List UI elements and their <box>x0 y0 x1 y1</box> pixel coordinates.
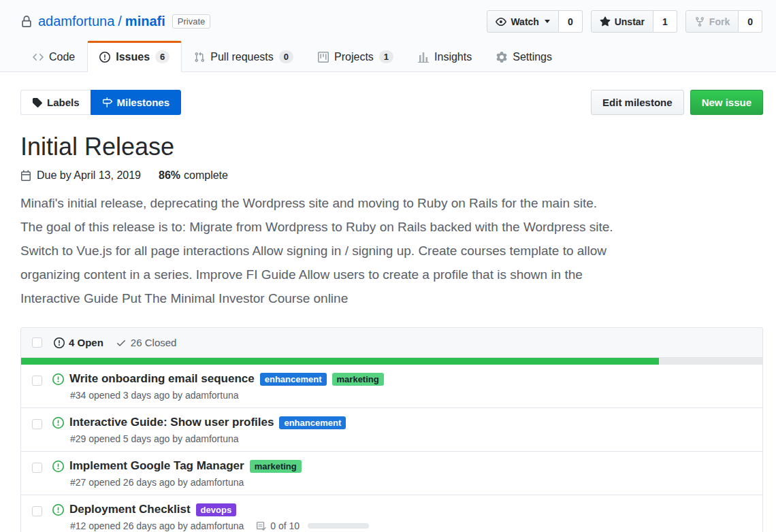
issue-row-main: Interactive Guide: Show user profiles en… <box>52 416 751 444</box>
issue-meta-text: #34 opened 3 days ago by adamfortuna <box>70 390 239 401</box>
pull-request-icon <box>194 52 205 63</box>
tasklist-progress: 0 of 10 <box>256 520 369 531</box>
open-issues-filter[interactable]: 4 Open <box>54 337 103 348</box>
unstar-button[interactable]: Unstar <box>591 10 653 33</box>
issue-label[interactable]: enhancement <box>279 416 346 429</box>
tab-projects-label: Projects <box>334 51 374 63</box>
fork-count[interactable]: 0 <box>739 10 762 33</box>
issue-label[interactable]: enhancement <box>260 373 327 386</box>
main-content: Labels Milestones Edit milestone New iss… <box>0 90 776 532</box>
tab-code[interactable]: Code <box>20 41 87 72</box>
page-header: adamfortuna / minafi Private Watch 0 <box>0 0 776 72</box>
percent-complete-value: 86% <box>159 169 180 182</box>
repo-bar: adamfortuna / minafi Private Watch 0 <box>0 0 776 41</box>
issue-title-link[interactable]: Implement Google Tag Manager <box>69 459 244 473</box>
issue-opened-icon <box>52 417 64 429</box>
issues-list-box: 4 Open 26 Closed Write o <box>20 327 763 532</box>
tab-issues[interactable]: Issues 6 <box>87 41 182 72</box>
tab-issues-label: Issues <box>116 51 150 63</box>
caret-down-icon <box>545 20 550 23</box>
issue-title-line: Interactive Guide: Show user profiles en… <box>52 416 751 429</box>
tab-code-label: Code <box>49 51 75 63</box>
issue-checkbox[interactable] <box>32 506 42 516</box>
edit-milestone-button[interactable]: Edit milestone <box>591 90 684 115</box>
issue-meta-text: #27 opened 26 days ago by adamfortuna <box>70 477 244 488</box>
labels-button-label: Labels <box>47 97 80 108</box>
issue-row: Deployment Checklist devops #12 opened 2… <box>21 495 762 532</box>
watch-button[interactable]: Watch <box>487 10 558 33</box>
repo-owner-link[interactable]: adamfortuna <box>38 14 114 29</box>
gear-icon <box>496 52 507 63</box>
tab-insights[interactable]: Insights <box>406 41 484 72</box>
projects-count-badge: 1 <box>379 50 393 63</box>
labels-milestones-switcher: Labels Milestones <box>20 90 181 115</box>
private-badge: Private <box>172 14 210 29</box>
tag-icon <box>32 97 42 107</box>
star-icon <box>600 16 611 27</box>
tab-settings[interactable]: Settings <box>484 41 564 72</box>
unstar-label: Unstar <box>615 16 645 27</box>
fork-group: Fork 0 <box>685 10 762 33</box>
issue-checkbox[interactable] <box>32 463 42 473</box>
lock-icon <box>20 16 33 28</box>
fork-button[interactable]: Fork <box>685 10 739 33</box>
graph-icon <box>418 52 429 63</box>
tab-insights-label: Insights <box>434 51 472 63</box>
issue-meta-text: #12 opened 26 days ago by adamfortuna <box>70 520 244 531</box>
fork-icon <box>694 16 705 27</box>
repo-tabs: Code Issues 6 Pull requests 0 Projects 1 <box>0 41 776 72</box>
issue-title-line: Implement Google Tag Manager marketing <box>52 459 751 473</box>
issue-label[interactable]: marketing <box>332 373 384 386</box>
issue-meta: #34 opened 3 days ago by adamfortuna <box>70 390 751 401</box>
issue-meta-text: #29 opened 5 days ago by adamfortuna <box>70 433 239 444</box>
milestone-progress-bar <box>21 358 762 365</box>
issue-title-link[interactable]: Deployment Checklist <box>69 503 191 516</box>
milestone-description: Minafi's initial release, deprecating th… <box>20 191 614 310</box>
issue-meta: #27 opened 26 days ago by adamfortuna <box>70 477 751 488</box>
calendar-icon <box>20 170 31 181</box>
repo-name-link[interactable]: minafi <box>125 14 165 29</box>
milestones-button[interactable]: Milestones <box>91 90 182 115</box>
fork-label: Fork <box>709 16 730 27</box>
closed-issues-filter[interactable]: 26 Closed <box>116 337 177 348</box>
tasklist-count: 0 of 10 <box>270 520 300 531</box>
tasklist-progress-bar <box>308 523 369 529</box>
milestone-icon <box>102 97 112 107</box>
watch-group: Watch 0 <box>487 10 582 33</box>
issue-label[interactable]: devops <box>196 503 237 516</box>
percent-complete-word: complete <box>184 169 228 182</box>
issue-title-link[interactable]: Write onboarding email sequence <box>69 372 255 386</box>
closed-count-label: 26 Closed <box>131 337 177 348</box>
issue-row-main: Write onboarding email sequence enhancem… <box>52 372 751 401</box>
milestone-progress-fill <box>21 358 659 365</box>
issue-row-main: Deployment Checklist devops #12 opened 2… <box>52 503 751 531</box>
issue-checkbox[interactable] <box>32 376 42 386</box>
issue-checkbox[interactable] <box>32 419 42 429</box>
due-date-text: Due by April 13, 2019 <box>37 169 141 182</box>
select-all-checkbox[interactable] <box>32 337 42 348</box>
labels-button[interactable]: Labels <box>20 90 91 115</box>
new-issue-button[interactable]: New issue <box>690 90 763 115</box>
check-icon <box>116 337 127 348</box>
issue-row: Implement Google Tag Manager marketing #… <box>21 452 762 495</box>
milestone-title: Initial Release <box>20 133 763 161</box>
issue-title-link[interactable]: Interactive Guide: Show user profiles <box>69 416 274 429</box>
issue-meta: #12 opened 26 days ago by adamfortuna 0 … <box>70 520 751 531</box>
issue-label[interactable]: marketing <box>250 460 302 473</box>
issue-title-line: Write onboarding email sequence enhancem… <box>52 372 751 386</box>
milestone-actions: Edit milestone New issue <box>591 90 763 115</box>
issue-opened-icon <box>52 504 64 516</box>
tab-settings-label: Settings <box>513 51 552 63</box>
repo-separator: / <box>118 14 122 29</box>
issue-opened-icon <box>52 461 64 472</box>
tab-projects[interactable]: Projects 1 <box>306 41 406 72</box>
pull-requests-count-badge: 0 <box>279 50 293 63</box>
code-icon <box>33 52 44 63</box>
watch-count[interactable]: 0 <box>559 10 583 33</box>
repo-title: adamfortuna / minafi Private <box>20 14 210 29</box>
tab-pull-requests[interactable]: Pull requests 0 <box>182 41 306 72</box>
repo-actions: Watch 0 Unstar 1 Fo <box>487 10 762 33</box>
star-count[interactable]: 1 <box>653 10 677 33</box>
issue-row-main: Implement Google Tag Manager marketing #… <box>52 459 751 488</box>
issue-meta: #29 opened 5 days ago by adamfortuna <box>70 433 751 444</box>
